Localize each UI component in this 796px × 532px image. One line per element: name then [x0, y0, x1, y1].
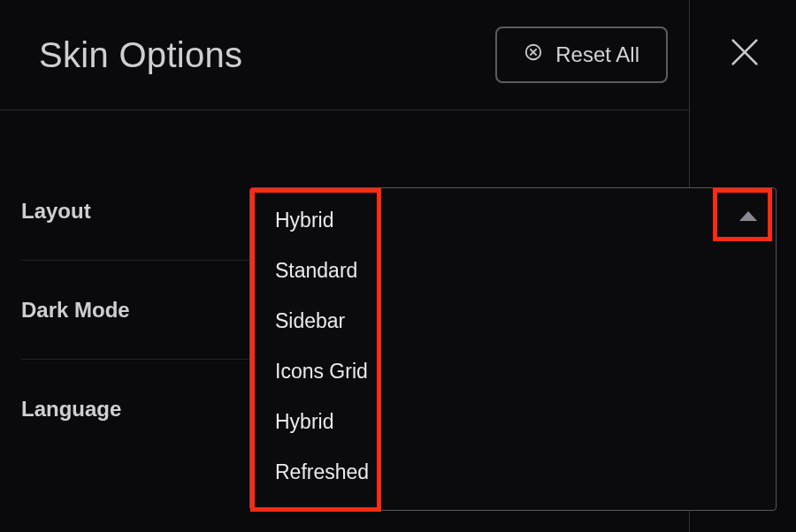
dropdown-option[interactable]: Hybrid — [250, 397, 776, 447]
dropdown-toggle[interactable] — [723, 190, 774, 241]
panel-header: Skin Options Reset All — [0, 0, 689, 110]
dropdown-option[interactable]: Icons Grid — [250, 346, 776, 397]
dropdown-option[interactable]: Refreshed — [250, 447, 776, 498]
setting-label-layout: Layout — [21, 199, 248, 224]
reset-all-label: Reset All — [555, 42, 639, 67]
close-button[interactable] — [723, 32, 766, 74]
page-title: Skin Options — [39, 35, 242, 75]
setting-label-dark-mode: Dark Mode — [21, 298, 248, 323]
reset-all-button[interactable]: Reset All — [495, 27, 668, 83]
dropdown-option[interactable]: Hybrid — [250, 195, 776, 246]
cancel-circle-icon — [524, 42, 543, 67]
layout-dropdown[interactable]: Hybrid Standard Sidebar Icons Grid Hybri… — [249, 187, 777, 511]
close-icon — [727, 34, 762, 72]
setting-label-language: Language — [21, 397, 248, 422]
caret-up-icon — [739, 211, 757, 221]
dropdown-list: Hybrid Standard Sidebar Icons Grid Hybri… — [250, 188, 776, 510]
dropdown-option[interactable]: Standard — [250, 246, 776, 296]
dropdown-option[interactable]: Sidebar — [250, 296, 776, 346]
